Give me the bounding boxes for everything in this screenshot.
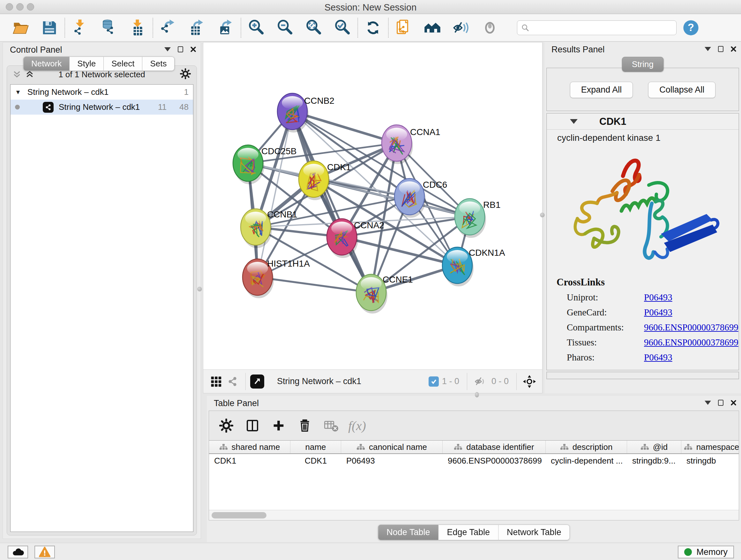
close-panel-icon[interactable] [731, 400, 737, 406]
zoom-fit-button[interactable] [299, 16, 328, 40]
crosslink-link[interactable]: P06493 [644, 307, 672, 318]
open-session-button[interactable] [6, 16, 35, 40]
zoom-in-button[interactable] [242, 16, 271, 40]
table-cell[interactable]: P06493 [341, 454, 443, 468]
function-builder-icon[interactable]: f(x) [348, 417, 366, 435]
export-network-button[interactable] [154, 16, 183, 40]
tree-expander-icon[interactable]: ▼ [15, 89, 21, 96]
help-button[interactable]: ? [677, 16, 705, 40]
save-session-button[interactable] [35, 16, 64, 40]
collapse-all-button[interactable]: Collapse All [648, 82, 716, 98]
crosslink-link[interactable]: P06493 [644, 352, 672, 363]
column-header-namespace[interactable]: namespace [681, 441, 739, 453]
column-header-database-identifier[interactable]: database identifier [443, 441, 546, 453]
delete-column-trash-icon[interactable] [296, 417, 314, 435]
scrollbar-thumb[interactable] [212, 512, 266, 518]
network-node-CDK1[interactable]: CDK1 [299, 161, 351, 200]
expand-all-button[interactable]: Expand All [570, 82, 633, 98]
search-field[interactable] [517, 20, 677, 35]
collapse-panel-icon[interactable] [704, 47, 711, 51]
gene-header-row[interactable]: CDK1 [547, 114, 738, 130]
crosslink-link[interactable]: 9606.ENSP00000378699 [644, 337, 738, 348]
column-header-canonical-name[interactable]: canonical name [341, 441, 443, 453]
table-cell[interactable]: CDK1 [290, 454, 341, 468]
show-hide-graphics-button[interactable] [447, 16, 475, 40]
zoom-selected-button[interactable] [328, 16, 357, 40]
bottom-splitter-handle[interactable] [475, 392, 479, 397]
add-column-icon[interactable] [270, 417, 287, 435]
network-node-CCNA2[interactable]: CCNA2 [327, 219, 384, 258]
hidden-elements-eye-icon[interactable] [472, 373, 488, 390]
import-network-file-button[interactable] [66, 16, 94, 40]
table-row[interactable]: CDK1CDK1P064939606.ENSP00000378699cyclin… [209, 454, 739, 468]
crosslink-link[interactable]: 9606.ENSP00000378699 [644, 322, 738, 333]
tab-sets[interactable]: Sets [142, 57, 175, 71]
grid-view-icon[interactable] [208, 373, 224, 390]
highlight-eye-button[interactable] [475, 16, 504, 40]
collapse-panel-icon[interactable] [704, 401, 711, 405]
left-splitter-handle[interactable] [197, 287, 202, 292]
network-node-CDKN1A[interactable]: CDKN1A [442, 247, 505, 287]
network-edge-HIST1H1A-CCNE1[interactable] [258, 277, 371, 293]
table-cell[interactable]: CDK1 [209, 454, 290, 468]
string-import-button[interactable] [389, 16, 418, 40]
tab-node-table[interactable]: Node Table [378, 524, 439, 540]
table-horizontal-scrollbar[interactable] [209, 510, 739, 520]
float-panel-icon[interactable] [718, 46, 724, 52]
crosslinks-title: CrossLinks [556, 276, 738, 288]
table-cell[interactable]: 9606.ENSP00000378699 [443, 454, 546, 468]
delete-table-icon[interactable] [322, 417, 340, 435]
network-collection-row[interactable]: ▼ String Network – cdk1 1 [10, 84, 193, 100]
expand-all-icon[interactable] [25, 71, 34, 78]
collapse-gene-icon[interactable] [570, 119, 578, 124]
import-table-file-button[interactable] [123, 16, 152, 40]
close-panel-icon[interactable] [190, 46, 196, 52]
network-row[interactable]: String Network – cdk1 11 48 [10, 100, 193, 115]
network-node-HIST1H1A[interactable]: HIST1H1A [243, 259, 310, 298]
warnings-button[interactable] [35, 546, 55, 558]
close-panel-icon[interactable] [731, 46, 737, 52]
tab-network-table[interactable]: Network Table [498, 524, 570, 540]
fit-selected-crosshair-icon[interactable] [521, 373, 538, 390]
table-cell[interactable]: stringdb:9... [627, 454, 681, 468]
network-node-RB1[interactable]: RB1 [455, 199, 500, 238]
table-cell[interactable]: stringdb [681, 454, 739, 468]
export-table-button[interactable] [183, 16, 211, 40]
tab-string[interactable]: String [622, 57, 664, 72]
network-node-CCNE1[interactable]: CCNE1 [356, 274, 413, 314]
float-panel-icon[interactable] [178, 46, 183, 52]
table-options-gear-icon[interactable] [217, 417, 235, 435]
search-input[interactable] [529, 21, 672, 34]
column-header-name[interactable]: name [290, 441, 341, 453]
collapse-all-icon[interactable] [13, 71, 21, 78]
float-panel-icon[interactable] [718, 400, 724, 406]
export-image-button[interactable] [211, 16, 240, 40]
column-header--id[interactable]: @id [627, 441, 681, 453]
zoom-out-button[interactable] [271, 16, 299, 40]
network-node-CCNB2[interactable]: CCNB2 [277, 93, 334, 132]
collapse-panel-icon[interactable] [164, 47, 171, 51]
tab-select[interactable]: Select [104, 57, 142, 71]
network-node-CCNB1[interactable]: CCNB1 [241, 209, 297, 248]
crosslink-link[interactable]: P06493 [644, 292, 672, 303]
tab-edge-table[interactable]: Edge Table [439, 524, 498, 540]
tab-style[interactable]: Style [70, 57, 104, 71]
column-header-description[interactable]: description [546, 441, 627, 453]
home-button[interactable] [418, 16, 447, 40]
network-overview-share-icon[interactable] [224, 373, 241, 390]
table-cell[interactable]: cyclin-dependent ... [546, 454, 627, 468]
tab-network[interactable]: Network [23, 57, 70, 71]
network-node-CDC25B[interactable]: CDC25B [233, 145, 296, 184]
show-columns-icon[interactable] [244, 417, 261, 435]
selected-elements-icon[interactable] [428, 376, 439, 387]
refresh-layout-button[interactable] [359, 16, 387, 40]
import-network-database-button[interactable] [94, 16, 123, 40]
network-canvas[interactable]: CCNB2CCNA1CDC25BCDK1CDC6RB1CCNB1CCNA2CDK… [203, 43, 543, 370]
right-splitter-handle[interactable] [540, 212, 545, 217]
results-scroll-strip[interactable] [546, 372, 739, 379]
cloud-status-button[interactable] [8, 546, 28, 558]
column-header-shared-name[interactable]: shared name [209, 441, 290, 453]
birds-eye-view-button[interactable] [250, 374, 264, 388]
network-list-options-gear-icon[interactable] [180, 68, 191, 80]
memory-button[interactable]: Memory [678, 546, 734, 558]
